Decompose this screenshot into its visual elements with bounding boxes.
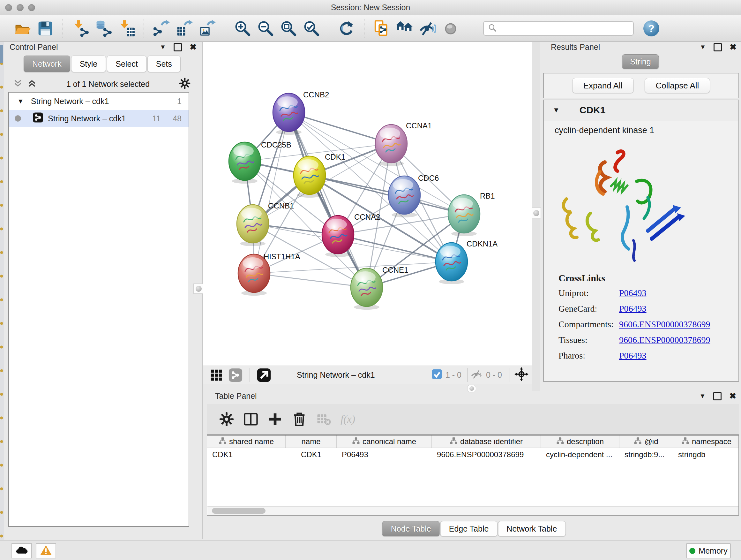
network-options-gear-icon[interactable] [179,78,191,90]
selected-checkbox-icon[interactable] [431,369,442,381]
zoom-fit-content-icon[interactable] [279,18,298,38]
crosslink-link[interactable]: P06493 [619,351,647,361]
network-node[interactable] [375,125,407,166]
import-table-file-icon[interactable] [117,18,136,38]
tab-sets[interactable]: Sets [147,56,181,72]
column-header-canonical-name[interactable]: canonical name [337,435,432,448]
help-button[interactable]: ? [643,20,659,37]
grid-view-icon[interactable] [208,367,224,383]
share-network-icon[interactable] [227,367,244,383]
panel-close-icon[interactable]: ✖ [729,391,736,401]
network-edge [310,175,464,214]
collapse-all-networks-icon[interactable] [13,78,23,90]
crosslink-link[interactable]: 9606.ENSP00000378699 [619,319,710,329]
column-header-name[interactable]: name [286,435,337,448]
network-node[interactable] [229,142,261,184]
tab-edge-table[interactable]: Edge Table [441,521,497,537]
table-cell[interactable]: CDK1 [286,448,337,461]
crosslink-link[interactable]: P06493 [619,304,647,314]
move-crosshair-icon[interactable] [515,367,529,383]
panel-maximize-icon[interactable] [174,43,182,51]
function-builder-icon: f(x) [339,410,357,428]
search-field[interactable] [483,21,634,36]
column-header-@id[interactable]: @id [619,435,673,448]
panel-float-icon[interactable]: ▼ [699,44,706,51]
import-network-database-icon[interactable] [93,18,113,38]
tab-node-table[interactable]: Node Table [382,521,440,537]
glass-ball-effect-icon[interactable] [418,18,437,38]
table-cell[interactable]: P06493 [337,448,432,461]
tab-string[interactable]: String [622,54,659,69]
column-header-namespace[interactable]: namespace [673,435,739,448]
save-session-icon[interactable] [36,18,55,38]
zoom-out-icon[interactable] [256,18,275,38]
network-row-selected[interactable]: String Network – cdk1 11 48 [9,110,189,127]
network-node[interactable] [322,215,354,257]
table-cell[interactable]: stringdb:9... [619,448,673,461]
crosslink-row: Pharos:P06493 [558,351,710,361]
table-cell[interactable]: CDK1 [207,448,286,461]
tab-style[interactable]: Style [71,56,106,72]
scrollbar-thumb[interactable] [212,508,266,514]
node-table[interactable]: shared namenamecanonical namedatabase id… [207,435,739,516]
network-collection-row[interactable]: ▼ String Network – cdk1 1 [9,92,189,110]
open-session-icon[interactable] [12,18,32,38]
clone-network-icon[interactable] [372,18,392,38]
panel-float-icon[interactable]: ▼ [699,392,705,400]
network-node[interactable] [237,205,269,246]
show-columns-icon[interactable] [242,410,260,428]
tab-select[interactable]: Select [107,56,146,72]
gene-header-row[interactable]: ▼ CDK1 [544,100,738,120]
collection-disclosure-icon[interactable]: ▼ [17,98,24,105]
network-canvas[interactable]: CCNB2 CCNA1 CDC25B [203,42,532,366]
apply-preferred-layout-icon[interactable] [337,18,356,38]
zoom-selected-icon[interactable] [301,18,321,38]
table-cell[interactable]: stringdb [673,448,739,461]
cloud-button[interactable] [11,543,32,558]
crosslinks-heading: CrossLinks [558,273,710,284]
table-cell[interactable]: 9606.ENSP00000378699 [432,448,541,461]
export-image-icon[interactable] [198,18,217,38]
column-type-icon [681,437,689,447]
horizontal-scrollbar[interactable] [207,506,739,515]
add-column-icon[interactable] [266,410,284,428]
expand-all-networks-icon[interactable] [27,78,37,90]
right-splitter-handle[interactable] [532,207,541,219]
table-settings-gear-icon[interactable] [217,410,236,428]
memory-button[interactable]: Memory [686,543,731,558]
network-node[interactable] [351,268,383,310]
panel-float-icon[interactable]: ▼ [159,44,166,51]
column-header-database-identifier[interactable]: database identifier [432,435,541,448]
column-type-icon [352,437,360,447]
panel-maximize-icon[interactable] [714,43,722,51]
string-labels-icon[interactable] [441,18,461,38]
panel-close-icon[interactable]: ✖ [190,42,197,52]
birdseye-view-icon[interactable] [256,367,272,383]
string-home-icon[interactable] [395,18,414,38]
export-table-icon[interactable] [175,18,194,38]
panel-close-icon[interactable]: ✖ [730,42,737,52]
expand-all-button[interactable]: Expand All [572,78,634,93]
column-header-description[interactable]: description [541,435,619,448]
tab-network-table[interactable]: Network Table [498,521,565,537]
network-node[interactable] [435,243,468,284]
gene-disclosure-icon[interactable]: ▼ [553,106,560,114]
crosslink-link[interactable]: P06493 [619,288,647,298]
table-cell[interactable]: cyclin-dependent ... [541,448,619,461]
search-input[interactable] [497,23,629,33]
column-header-shared-name[interactable]: shared name [207,435,286,448]
zoom-in-icon[interactable] [232,18,253,38]
warning-button[interactable] [36,543,56,558]
delete-column-icon[interactable] [290,410,309,428]
table-row[interactable]: CDK1CDK1P064939606.ENSP00000378699cyclin… [207,448,738,461]
export-network-icon[interactable] [151,18,172,38]
panel-maximize-icon[interactable] [713,392,722,400]
network-node[interactable] [448,195,480,236]
hidden-eye-icon[interactable] [470,369,483,381]
tab-network[interactable]: Network [23,56,70,72]
network-node[interactable] [273,93,305,135]
import-network-file-icon[interactable] [71,18,90,38]
crosslink-link[interactable]: 9606.ENSP00000378699 [619,335,710,345]
left-splitter-handle[interactable] [193,284,204,294]
collapse-all-button[interactable]: Collapse All [645,78,711,93]
